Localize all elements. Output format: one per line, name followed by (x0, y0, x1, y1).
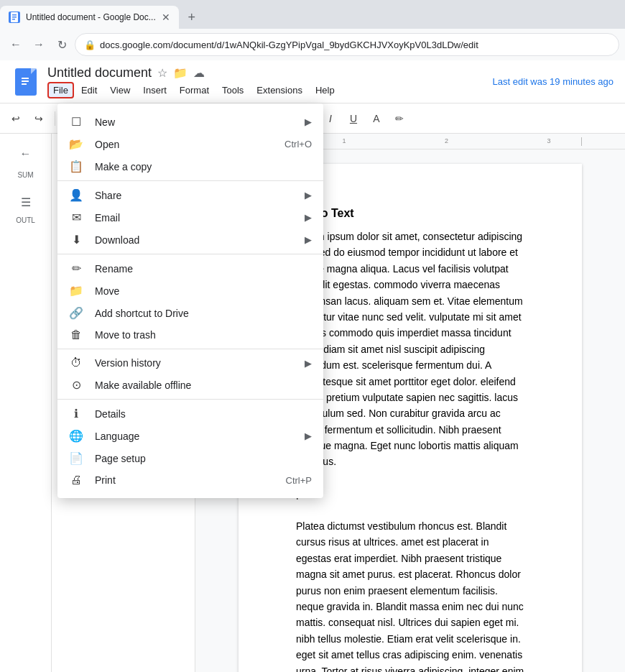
language-label: Language (95, 431, 293, 442)
highlight-button[interactable]: ✏ (389, 109, 409, 129)
sidebar-outline-label: OUTL (11, 216, 40, 224)
print-shortcut: Ctrl+P (286, 475, 312, 486)
menu-format[interactable]: Format (174, 82, 215, 98)
menu-item-open[interactable]: 📂 Open Ctrl+O (57, 133, 323, 155)
menu-item-new[interactable]: ☐ New ▶ (57, 111, 323, 133)
back-button[interactable]: ← (6, 34, 26, 55)
tab-bar: Untitled document - Google Doc... ✕ + (0, 0, 625, 29)
menu-insert[interactable]: Insert (137, 82, 172, 98)
menu-item-print[interactable]: 🖨 Print Ctrl+P (57, 469, 323, 491)
print-icon: 🖨 (69, 474, 83, 487)
move-label: Move (95, 285, 312, 297)
forward-button[interactable]: → (29, 34, 49, 55)
menu-bar: File Edit View Insert Format Tools Exten… (47, 82, 493, 98)
menu-item-download[interactable]: ⬇ Download ▶ (57, 229, 323, 251)
menu-file[interactable]: File (47, 82, 74, 98)
rename-icon: ✏ (69, 262, 83, 275)
menu-section-2: 👤 Share ▶ ✉ Email ▶ ⬇ Download ▶ (57, 181, 323, 254)
open-label: Open (95, 139, 273, 150)
toolbar-separator-1 (55, 111, 55, 126)
new-tab-button[interactable]: + (182, 7, 202, 27)
details-icon: ℹ (69, 407, 83, 420)
shortcut-label: Add shortcut to Drive (95, 308, 312, 319)
version-history-icon: ⏱ (69, 356, 83, 369)
sidebar-panel: ← SUM ☰ OUTL (0, 134, 52, 672)
doc-body: Lorem ipsum dolor sit amet, consectetur … (296, 229, 524, 672)
menu-item-version-history[interactable]: ⏱ Version history ▶ (57, 352, 323, 374)
docs-logo-icon (15, 68, 37, 96)
sidebar-sum-label: SUM (0, 171, 51, 179)
rename-label: Rename (95, 263, 312, 275)
download-label: Download (95, 234, 293, 246)
menu-view[interactable]: View (104, 82, 136, 98)
open-icon: 📂 (69, 137, 83, 151)
trash-label: Move to trash (95, 329, 312, 341)
version-history-label: Version history (95, 357, 293, 369)
page-setup-icon: 📄 (69, 451, 83, 465)
menu-item-share[interactable]: 👤 Share ▶ (57, 184, 323, 206)
offline-label: Make available offline (95, 379, 312, 391)
menu-section-4: ⏱ Version history ▶ ⊙ Make available off… (57, 349, 323, 400)
menu-section-3: ✏ Rename 📁 Move 🔗 Add shortcut to Drive … (57, 254, 323, 349)
new-label: New (95, 116, 293, 128)
last-edit-label: Last edit was 19 minutes ago (493, 76, 614, 87)
menu-item-email[interactable]: ✉ Email ▶ (57, 206, 323, 229)
details-label: Details (95, 408, 312, 420)
svg-rect-6 (22, 83, 27, 85)
underline-button[interactable]: U (343, 109, 364, 129)
redo-button[interactable]: ↪ (29, 109, 49, 129)
sidebar-back-button[interactable]: ← (11, 139, 40, 168)
menu-help[interactable]: Help (310, 82, 341, 98)
menu-item-details[interactable]: ℹ Details (57, 402, 323, 425)
cloud-icon[interactable]: ☁ (193, 66, 205, 80)
new-icon: ☐ (69, 115, 83, 129)
folder-icon[interactable]: 📁 (173, 66, 188, 80)
page-setup-label: Page setup (95, 453, 312, 464)
svg-rect-2 (12, 17, 17, 18)
menu-section-5: ℹ Details 🌐 Language ▶ 📄 Page setup 🖨 Pr… (57, 400, 323, 494)
undo-button[interactable]: ↩ (6, 109, 26, 129)
text-color-button[interactable]: A (366, 109, 386, 129)
email-icon: ✉ (69, 211, 83, 224)
italic-button[interactable]: I (320, 109, 341, 129)
address-text: docs.google.com/document/d/1wANQkil-GzgY… (100, 40, 610, 50)
menu-item-rename[interactable]: ✏ Rename (57, 257, 323, 280)
move-icon: 📁 (69, 284, 83, 298)
copy-label: Make a copy (95, 161, 312, 172)
offline-icon: ⊙ (69, 378, 83, 392)
menu-item-trash[interactable]: 🗑 Move to trash (57, 324, 323, 346)
lock-icon: 🔒 (84, 40, 96, 50)
download-icon: ⬇ (69, 233, 83, 247)
doc-title[interactable]: Untitled document (47, 65, 152, 80)
tab-close-button[interactable]: ✕ (162, 11, 170, 23)
menu-item-page-setup[interactable]: 📄 Page setup (57, 447, 323, 469)
menu-item-language[interactable]: 🌐 Language ▶ (57, 425, 323, 447)
menu-item-add-shortcut[interactable]: 🔗 Add shortcut to Drive (57, 302, 323, 324)
menu-section-1: ☐ New ▶ 📂 Open Ctrl+O 📋 Make a copy (57, 108, 323, 181)
share-icon: 👤 (69, 188, 83, 202)
refresh-button[interactable]: ↻ (52, 34, 72, 55)
open-shortcut: Ctrl+O (284, 139, 312, 149)
email-arrow: ▶ (305, 212, 312, 223)
svg-rect-5 (22, 80, 29, 82)
print-label: Print (95, 474, 274, 486)
version-history-arrow: ▶ (305, 358, 312, 369)
svg-rect-4 (22, 78, 29, 79)
menu-tools[interactable]: Tools (216, 82, 249, 98)
trash-icon: 🗑 (69, 328, 83, 341)
address-box[interactable]: 🔒 docs.google.com/document/d/1wANQkil-Gz… (75, 33, 619, 56)
menu-item-offline[interactable]: ⊙ Make available offline (57, 374, 323, 396)
active-tab[interactable]: Untitled document - Google Doc... ✕ (0, 6, 179, 29)
star-icon[interactable]: ☆ (157, 66, 167, 80)
menu-extensions[interactable]: Extensions (251, 82, 308, 98)
menu-item-move[interactable]: 📁 Move (57, 280, 323, 302)
share-arrow: ▶ (305, 190, 312, 201)
file-dropdown-menu: ☐ New ▶ 📂 Open Ctrl+O 📋 Make a copy 👤 Sh… (57, 103, 323, 498)
menu-item-make-copy[interactable]: 📋 Make a copy (57, 155, 323, 178)
doc-heading: Demo Text (296, 207, 524, 220)
email-label: Email (95, 212, 293, 224)
sidebar-outline-button[interactable]: ☰ (11, 188, 40, 216)
tab-title: Untitled document - Google Doc... (26, 12, 156, 22)
tab-favicon (9, 11, 20, 23)
menu-edit[interactable]: Edit (75, 82, 103, 98)
